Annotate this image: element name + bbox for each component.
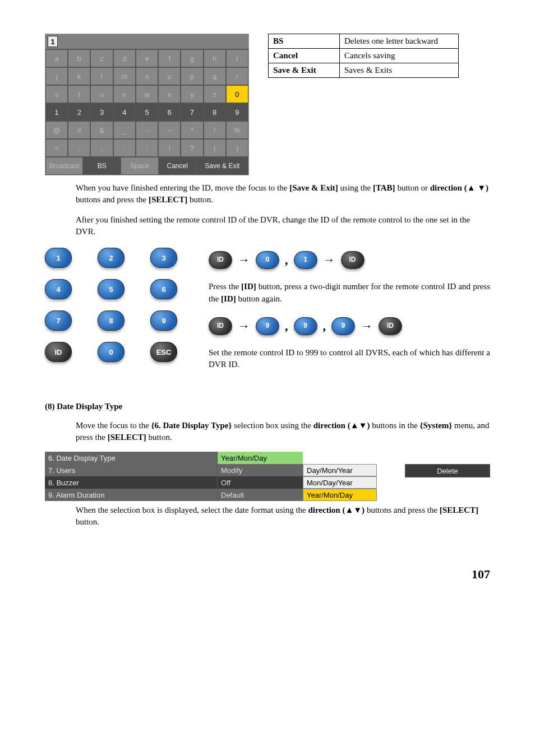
key-n[interactable]: n xyxy=(136,67,158,85)
menu-value[interactable]: Modify xyxy=(217,464,303,476)
key-@[interactable]: @ xyxy=(45,121,68,139)
keyboard-input-value[interactable]: 1 xyxy=(48,36,58,47)
key-k[interactable]: k xyxy=(68,67,90,85)
key-m[interactable]: m xyxy=(113,67,136,85)
id-sequence-1: ID→0,1→ID xyxy=(209,248,490,272)
key-l[interactable]: l xyxy=(90,67,113,85)
key-u[interactable]: u xyxy=(90,85,113,103)
bs-key: Cancel xyxy=(269,49,340,63)
key--[interactable]: - xyxy=(136,121,158,139)
key-7[interactable]: 7 xyxy=(181,103,203,121)
key-x[interactable]: x xyxy=(158,85,181,103)
comma: , xyxy=(285,317,288,335)
key-2[interactable]: 2 xyxy=(68,103,90,121)
key-d[interactable]: d xyxy=(113,49,136,67)
key-broadcast[interactable]: Broadcast xyxy=(45,157,83,175)
key-&[interactable]: & xyxy=(90,121,113,139)
key-p[interactable]: p xyxy=(181,67,203,85)
key-:[interactable]: : xyxy=(113,139,136,157)
remote-btn-8[interactable]: 8 xyxy=(98,310,124,331)
key-)[interactable]: ) xyxy=(226,139,248,157)
delete-button[interactable]: Delete xyxy=(405,464,490,477)
key-a[interactable]: a xyxy=(45,49,68,67)
date-option[interactable]: Mon/Day/Year xyxy=(303,476,377,489)
remote-btn-3[interactable]: 3 xyxy=(150,248,177,268)
seq-btn-id: ID xyxy=(379,317,402,335)
bs-desc: Deletes one letter backward xyxy=(340,34,459,49)
key-.[interactable]: . xyxy=(68,139,90,157)
remote-btn-9[interactable]: 9 xyxy=(150,310,177,331)
menu-value[interactable]: Year/Mon/Day xyxy=(217,452,303,464)
key-i[interactable]: i xyxy=(226,49,248,67)
section-8-title: (8) Date Display Type xyxy=(45,402,490,411)
date-option[interactable]: Day/Mon/Year xyxy=(303,464,377,476)
key-([interactable]: ( xyxy=(204,139,226,157)
key-space[interactable]: Space xyxy=(121,157,158,175)
date-option[interactable]: Year/Mon/Day xyxy=(303,489,377,501)
key-w[interactable]: w xyxy=(136,85,158,103)
key-cancel[interactable]: Cancel xyxy=(159,157,196,175)
seq-btn-id: ID xyxy=(341,251,365,269)
remote-btn-esc[interactable]: ESC xyxy=(150,342,177,362)
key-9[interactable]: 9 xyxy=(226,103,248,121)
remote-btn-7[interactable]: 7 xyxy=(45,310,72,331)
key-y[interactable]: y xyxy=(181,85,203,103)
key-r[interactable]: r xyxy=(226,67,248,85)
key-/[interactable]: / xyxy=(204,121,226,139)
key-0[interactable]: 0 xyxy=(226,85,248,103)
key-5[interactable]: 5 xyxy=(136,103,158,121)
arrow-right-icon: → xyxy=(361,317,373,335)
key-bs[interactable]: BS xyxy=(83,157,121,175)
remote-pad-grid: 123456789ID0ESC xyxy=(45,248,186,362)
remote-btn-1[interactable]: 1 xyxy=(45,248,72,268)
key-?[interactable]: ? xyxy=(181,139,203,157)
remote-btn-6[interactable]: 6 xyxy=(150,279,177,299)
key-~[interactable]: ~ xyxy=(158,121,181,139)
key-v[interactable]: v xyxy=(113,85,136,103)
key-#[interactable]: # xyxy=(68,121,90,139)
key-;[interactable]: ; xyxy=(136,139,158,157)
remote-btn-5[interactable]: 5 xyxy=(98,279,124,299)
key-b[interactable]: b xyxy=(68,49,90,67)
key-t[interactable]: t xyxy=(68,85,90,103)
menu-value[interactable]: Default xyxy=(217,489,303,501)
menu-item[interactable]: 7. Users xyxy=(45,464,217,476)
menu-value[interactable]: Off xyxy=(217,476,303,489)
key-4[interactable]: 4 xyxy=(113,103,136,121)
remote-btn-0[interactable]: 0 xyxy=(98,342,124,362)
key-z[interactable]: z xyxy=(204,85,226,103)
section-8-line: Move the focus to the {6. Date Display T… xyxy=(76,420,490,443)
key-6[interactable]: 6 xyxy=(158,103,181,121)
seq-btn-id: ID xyxy=(209,251,232,269)
key-o[interactable]: o xyxy=(158,67,181,85)
key-*[interactable]: * xyxy=(181,121,203,139)
key-=[interactable]: = xyxy=(45,139,68,157)
remote-btn-2[interactable]: 2 xyxy=(98,248,124,268)
key-g[interactable]: g xyxy=(181,49,203,67)
key-c[interactable]: c xyxy=(90,49,113,67)
key-save-exit[interactable]: Save & Exit xyxy=(196,157,248,175)
key-_[interactable]: _ xyxy=(113,121,136,139)
onscreen-keyboard: 1 abcdefghijklmnopqrstuvwxyz0123456789@#… xyxy=(45,34,249,175)
menu-item[interactable]: 9. Alarm Duration xyxy=(45,489,217,501)
bs-key: Save & Exit xyxy=(269,63,340,78)
seq-btn-9: 9 xyxy=(294,317,317,335)
key-s[interactable]: s xyxy=(45,85,68,103)
key-%[interactable]: % xyxy=(226,121,248,139)
remote-btn-4[interactable]: 4 xyxy=(45,279,72,299)
key-8[interactable]: 8 xyxy=(204,103,226,121)
keyboard-input-bar: 1 xyxy=(45,34,248,49)
key-1[interactable]: 1 xyxy=(45,103,68,121)
key-h[interactable]: h xyxy=(204,49,226,67)
key-j[interactable]: j xyxy=(45,67,68,85)
key-3[interactable]: 3 xyxy=(90,103,113,121)
remote-btn-id[interactable]: ID xyxy=(45,342,72,362)
page-number: 107 xyxy=(45,567,490,582)
key-f[interactable]: f xyxy=(158,49,181,67)
key-,[interactable]: , xyxy=(90,139,113,157)
menu-item[interactable]: 8. Buzzer xyxy=(45,476,217,489)
key-e[interactable]: e xyxy=(136,49,158,67)
menu-item[interactable]: 6. Date Display Type xyxy=(45,452,217,464)
key-![interactable]: ! xyxy=(158,139,181,157)
key-q[interactable]: q xyxy=(204,67,226,85)
